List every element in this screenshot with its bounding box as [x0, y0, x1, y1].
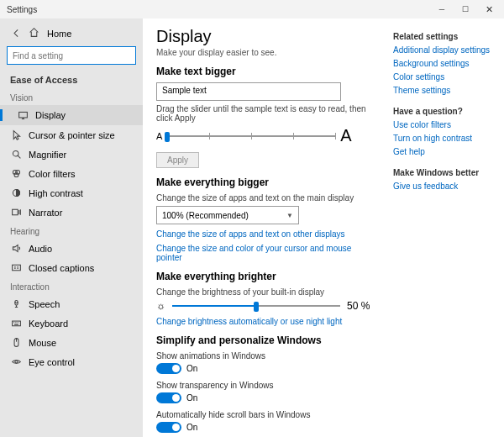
sidebar-item-contrast[interactable]: High contrast	[0, 183, 143, 203]
sidebar-item-label: Cursor & pointer size	[29, 130, 115, 140]
magnifier-icon	[10, 149, 22, 160]
section-title: Ease of Access	[0, 70, 143, 88]
text-bigger-hint: Drag the slider until the sample text is…	[156, 104, 373, 123]
category-label: Vision	[0, 88, 143, 105]
eye-icon	[10, 356, 22, 367]
sidebar-item-eye[interactable]: Eye control	[0, 352, 143, 371]
other-displays-link[interactable]: Change the size of apps and text on othe…	[156, 229, 373, 239]
display-icon	[17, 110, 29, 121]
transparency-label: Show transparency in Windows	[156, 381, 373, 390]
svg-rect-7	[12, 265, 20, 271]
sidebar-item-label: Closed captions	[29, 263, 94, 273]
sidebar-item-label: Magnifier	[29, 150, 66, 160]
svg-rect-6	[12, 209, 18, 215]
related-link-1[interactable]: Background settings	[393, 59, 497, 68]
sidebar-item-label: Speech	[29, 299, 60, 309]
sidebar-item-audio[interactable]: Audio	[0, 239, 143, 258]
sidebar-item-color[interactable]: Color filters	[0, 164, 143, 183]
scrollbars-label: Automatically hide scroll bars in Window…	[156, 410, 373, 419]
night-light-link[interactable]: Change brightness automatically or use n…	[156, 317, 373, 326]
mouse-icon	[10, 337, 22, 348]
category-label: Hearing	[0, 222, 143, 239]
related-link-2[interactable]: Color settings	[393, 72, 497, 82]
brighter-heading: Make everything brighter	[156, 271, 373, 282]
back-icon[interactable]	[10, 28, 22, 39]
animations-label: Show animations in Windows	[156, 351, 373, 361]
search-input[interactable]	[7, 46, 136, 65]
scale-value: 100% (Recommended)	[162, 211, 249, 220]
everything-bigger-heading: Make everything bigger	[156, 176, 373, 188]
brightness-icon: ☼	[156, 300, 165, 312]
apply-button[interactable]: Apply	[156, 152, 199, 168]
titlebar: Settings ─ ☐ ✕	[0, 0, 504, 18]
svg-point-1	[13, 150, 18, 156]
animations-toggle[interactable]	[156, 363, 181, 374]
transparency-state: On	[186, 393, 197, 403]
scrollbars-toggle[interactable]	[156, 422, 181, 433]
minimize-button[interactable]: ─	[430, 0, 454, 18]
text-size-slider[interactable]	[167, 130, 335, 142]
sidebar-item-narrator[interactable]: Narrator	[0, 203, 143, 222]
cc-icon	[10, 262, 22, 273]
brighter-hint: Change the brightness of your built-in d…	[156, 287, 373, 297]
animations-state: On	[186, 364, 197, 373]
window-title: Settings	[7, 5, 37, 14]
chevron-down-icon: ▼	[286, 212, 293, 219]
sidebar-item-label: Eye control	[29, 357, 75, 367]
question-heading: Have a question?	[393, 107, 497, 116]
question-link-1[interactable]: Turn on high contrast	[393, 134, 497, 143]
small-a-label: A	[156, 131, 162, 141]
sidebar-item-keyboard[interactable]: Keyboard	[0, 313, 143, 333]
sidebar-item-mouse[interactable]: Mouse	[0, 333, 143, 352]
content-area: Display Make your display easier to see.…	[143, 18, 386, 437]
scale-select[interactable]: 100% (Recommended) ▼	[156, 206, 299, 224]
better-heading: Make Windows better	[393, 168, 497, 177]
sidebar-item-label: Display	[35, 110, 66, 120]
transparency-toggle[interactable]	[156, 392, 181, 403]
everything-bigger-hint: Change the size of apps and text on the …	[156, 193, 373, 203]
category-label: Interaction	[0, 277, 143, 294]
sidebar-item-cc[interactable]: Closed captions	[0, 258, 143, 277]
close-button[interactable]: ✕	[477, 0, 501, 18]
sidebar-item-speech[interactable]: Speech	[0, 294, 143, 313]
home-icon	[29, 27, 40, 39]
scrollbars-state: On	[186, 423, 197, 432]
right-column: Related settings Additional display sett…	[386, 18, 504, 437]
better-link-0[interactable]: Give us feedback	[393, 182, 497, 191]
narrator-icon	[10, 207, 22, 218]
related-link-0[interactable]: Additional display settings	[393, 45, 497, 55]
svg-rect-0	[18, 112, 27, 118]
home-link[interactable]: Home	[47, 29, 71, 39]
page-title: Display	[156, 27, 373, 46]
brightness-slider[interactable]	[172, 300, 340, 312]
text-bigger-heading: Make text bigger	[156, 66, 373, 77]
sidebar-item-label: High contrast	[29, 188, 83, 198]
sidebar: Home Ease of Access VisionDisplayCursor …	[0, 18, 143, 437]
color-icon	[10, 168, 22, 179]
search-field[interactable]	[13, 51, 130, 61]
cursor-size-link[interactable]: Change the size and color of your cursor…	[156, 244, 373, 262]
sidebar-item-magnifier[interactable]: Magnifier	[0, 145, 143, 164]
sidebar-item-label: Mouse	[29, 338, 56, 348]
page-subtitle: Make your display easier to see.	[156, 48, 373, 57]
sidebar-item-label: Audio	[29, 244, 52, 254]
svg-rect-9	[12, 321, 20, 326]
speech-icon	[10, 298, 22, 309]
brightness-value: 50 %	[347, 300, 370, 312]
sample-text-box: Sample text	[156, 82, 341, 101]
cursor-icon	[10, 129, 22, 140]
sidebar-item-display[interactable]: Display	[0, 105, 143, 125]
related-heading: Related settings	[393, 32, 497, 41]
keyboard-icon	[10, 318, 22, 329]
sidebar-item-label: Color filters	[29, 169, 76, 179]
related-link-3[interactable]: Theme settings	[393, 86, 497, 95]
svg-point-11	[14, 361, 17, 363]
question-link-0[interactable]: Use color filters	[393, 120, 497, 129]
big-a-label: A	[340, 126, 351, 145]
simplify-heading: Simplify and personalize Windows	[156, 334, 373, 346]
question-link-2[interactable]: Get help	[393, 147, 497, 156]
maximize-button[interactable]: ☐	[454, 0, 477, 18]
sidebar-item-label: Narrator	[29, 208, 62, 218]
contrast-icon	[10, 187, 22, 198]
sidebar-item-cursor[interactable]: Cursor & pointer size	[0, 125, 143, 145]
